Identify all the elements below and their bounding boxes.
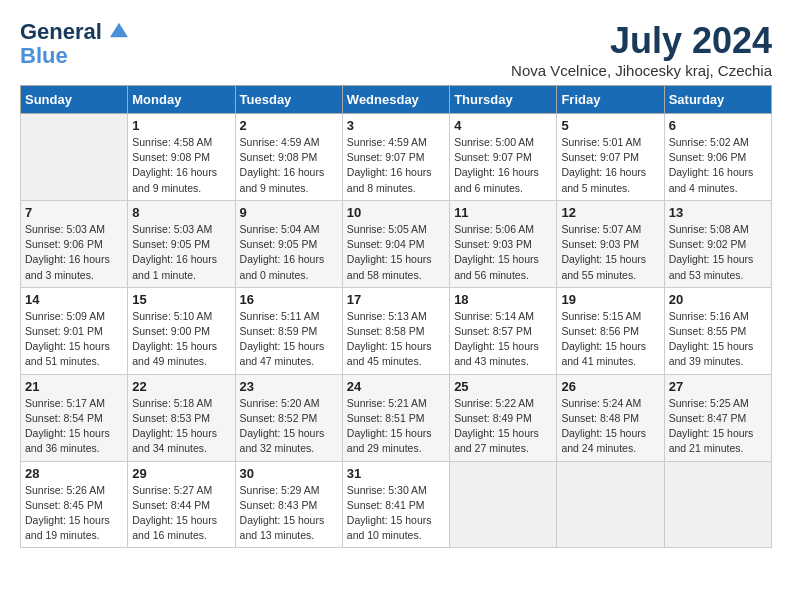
svg-marker-0 bbox=[110, 23, 128, 37]
calendar-week-row: 21Sunrise: 5:17 AMSunset: 8:54 PMDayligh… bbox=[21, 374, 772, 461]
calendar-day-cell: 28Sunrise: 5:26 AMSunset: 8:45 PMDayligh… bbox=[21, 461, 128, 548]
calendar-day-cell: 23Sunrise: 5:20 AMSunset: 8:52 PMDayligh… bbox=[235, 374, 342, 461]
weekday-header-cell: Sunday bbox=[21, 86, 128, 114]
day-number: 1 bbox=[132, 118, 230, 133]
logo-blue: Blue bbox=[20, 44, 128, 68]
day-info: Sunrise: 5:05 AMSunset: 9:04 PMDaylight:… bbox=[347, 222, 445, 283]
calendar-table: SundayMondayTuesdayWednesdayThursdayFrid… bbox=[20, 85, 772, 548]
location: Nova Vcelnice, Jihocesky kraj, Czechia bbox=[511, 62, 772, 79]
logo-text: General bbox=[20, 20, 128, 44]
day-number: 8 bbox=[132, 205, 230, 220]
day-number: 24 bbox=[347, 379, 445, 394]
day-number: 28 bbox=[25, 466, 123, 481]
day-number: 25 bbox=[454, 379, 552, 394]
calendar-week-row: 7Sunrise: 5:03 AMSunset: 9:06 PMDaylight… bbox=[21, 200, 772, 287]
day-number: 27 bbox=[669, 379, 767, 394]
calendar-day-cell: 13Sunrise: 5:08 AMSunset: 9:02 PMDayligh… bbox=[664, 200, 771, 287]
calendar-day-cell: 21Sunrise: 5:17 AMSunset: 8:54 PMDayligh… bbox=[21, 374, 128, 461]
day-number: 14 bbox=[25, 292, 123, 307]
calendar-day-cell: 24Sunrise: 5:21 AMSunset: 8:51 PMDayligh… bbox=[342, 374, 449, 461]
day-number: 23 bbox=[240, 379, 338, 394]
day-info: Sunrise: 5:18 AMSunset: 8:53 PMDaylight:… bbox=[132, 396, 230, 457]
day-number: 19 bbox=[561, 292, 659, 307]
day-info: Sunrise: 5:21 AMSunset: 8:51 PMDaylight:… bbox=[347, 396, 445, 457]
weekday-header-cell: Saturday bbox=[664, 86, 771, 114]
day-info: Sunrise: 5:14 AMSunset: 8:57 PMDaylight:… bbox=[454, 309, 552, 370]
calendar-day-cell bbox=[450, 461, 557, 548]
calendar-day-cell: 4Sunrise: 5:00 AMSunset: 9:07 PMDaylight… bbox=[450, 114, 557, 201]
day-number: 6 bbox=[669, 118, 767, 133]
calendar-week-row: 14Sunrise: 5:09 AMSunset: 9:01 PMDayligh… bbox=[21, 287, 772, 374]
day-number: 31 bbox=[347, 466, 445, 481]
day-info: Sunrise: 5:20 AMSunset: 8:52 PMDaylight:… bbox=[240, 396, 338, 457]
weekday-header-cell: Tuesday bbox=[235, 86, 342, 114]
calendar-day-cell: 30Sunrise: 5:29 AMSunset: 8:43 PMDayligh… bbox=[235, 461, 342, 548]
day-number: 4 bbox=[454, 118, 552, 133]
day-number: 18 bbox=[454, 292, 552, 307]
day-number: 5 bbox=[561, 118, 659, 133]
calendar-day-cell: 27Sunrise: 5:25 AMSunset: 8:47 PMDayligh… bbox=[664, 374, 771, 461]
calendar-day-cell: 9Sunrise: 5:04 AMSunset: 9:05 PMDaylight… bbox=[235, 200, 342, 287]
day-info: Sunrise: 5:27 AMSunset: 8:44 PMDaylight:… bbox=[132, 483, 230, 544]
day-info: Sunrise: 5:16 AMSunset: 8:55 PMDaylight:… bbox=[669, 309, 767, 370]
calendar-day-cell: 5Sunrise: 5:01 AMSunset: 9:07 PMDaylight… bbox=[557, 114, 664, 201]
day-info: Sunrise: 5:03 AMSunset: 9:06 PMDaylight:… bbox=[25, 222, 123, 283]
calendar-day-cell: 7Sunrise: 5:03 AMSunset: 9:06 PMDaylight… bbox=[21, 200, 128, 287]
day-number: 3 bbox=[347, 118, 445, 133]
calendar-day-cell: 8Sunrise: 5:03 AMSunset: 9:05 PMDaylight… bbox=[128, 200, 235, 287]
day-info: Sunrise: 5:30 AMSunset: 8:41 PMDaylight:… bbox=[347, 483, 445, 544]
calendar-day-cell: 1Sunrise: 4:58 AMSunset: 9:08 PMDaylight… bbox=[128, 114, 235, 201]
day-number: 11 bbox=[454, 205, 552, 220]
day-number: 7 bbox=[25, 205, 123, 220]
day-info: Sunrise: 4:58 AMSunset: 9:08 PMDaylight:… bbox=[132, 135, 230, 196]
day-number: 30 bbox=[240, 466, 338, 481]
calendar-day-cell: 15Sunrise: 5:10 AMSunset: 9:00 PMDayligh… bbox=[128, 287, 235, 374]
calendar-day-cell: 25Sunrise: 5:22 AMSunset: 8:49 PMDayligh… bbox=[450, 374, 557, 461]
logo-icon bbox=[110, 21, 128, 39]
calendar-day-cell bbox=[21, 114, 128, 201]
day-info: Sunrise: 5:22 AMSunset: 8:49 PMDaylight:… bbox=[454, 396, 552, 457]
day-info: Sunrise: 5:09 AMSunset: 9:01 PMDaylight:… bbox=[25, 309, 123, 370]
title-block: July 2024 Nova Vcelnice, Jihocesky kraj,… bbox=[511, 20, 772, 79]
day-number: 15 bbox=[132, 292, 230, 307]
calendar-day-cell: 29Sunrise: 5:27 AMSunset: 8:44 PMDayligh… bbox=[128, 461, 235, 548]
day-number: 12 bbox=[561, 205, 659, 220]
month-title: July 2024 bbox=[511, 20, 772, 62]
calendar-day-cell: 16Sunrise: 5:11 AMSunset: 8:59 PMDayligh… bbox=[235, 287, 342, 374]
day-info: Sunrise: 5:03 AMSunset: 9:05 PMDaylight:… bbox=[132, 222, 230, 283]
weekday-header-cell: Friday bbox=[557, 86, 664, 114]
day-info: Sunrise: 5:01 AMSunset: 9:07 PMDaylight:… bbox=[561, 135, 659, 196]
day-info: Sunrise: 5:08 AMSunset: 9:02 PMDaylight:… bbox=[669, 222, 767, 283]
calendar-body: 1Sunrise: 4:58 AMSunset: 9:08 PMDaylight… bbox=[21, 114, 772, 548]
day-info: Sunrise: 5:29 AMSunset: 8:43 PMDaylight:… bbox=[240, 483, 338, 544]
day-info: Sunrise: 5:02 AMSunset: 9:06 PMDaylight:… bbox=[669, 135, 767, 196]
weekday-header-cell: Wednesday bbox=[342, 86, 449, 114]
day-number: 2 bbox=[240, 118, 338, 133]
page-header: General Blue July 2024 Nova Vcelnice, Ji… bbox=[20, 20, 772, 79]
day-info: Sunrise: 5:00 AMSunset: 9:07 PMDaylight:… bbox=[454, 135, 552, 196]
day-number: 29 bbox=[132, 466, 230, 481]
day-info: Sunrise: 4:59 AMSunset: 9:08 PMDaylight:… bbox=[240, 135, 338, 196]
day-info: Sunrise: 5:04 AMSunset: 9:05 PMDaylight:… bbox=[240, 222, 338, 283]
weekday-header-cell: Monday bbox=[128, 86, 235, 114]
day-number: 9 bbox=[240, 205, 338, 220]
calendar-day-cell: 3Sunrise: 4:59 AMSunset: 9:07 PMDaylight… bbox=[342, 114, 449, 201]
day-info: Sunrise: 5:15 AMSunset: 8:56 PMDaylight:… bbox=[561, 309, 659, 370]
weekday-header-row: SundayMondayTuesdayWednesdayThursdayFrid… bbox=[21, 86, 772, 114]
logo: General Blue bbox=[20, 20, 128, 68]
calendar-week-row: 28Sunrise: 5:26 AMSunset: 8:45 PMDayligh… bbox=[21, 461, 772, 548]
day-info: Sunrise: 4:59 AMSunset: 9:07 PMDaylight:… bbox=[347, 135, 445, 196]
day-info: Sunrise: 5:11 AMSunset: 8:59 PMDaylight:… bbox=[240, 309, 338, 370]
day-number: 17 bbox=[347, 292, 445, 307]
calendar-day-cell: 26Sunrise: 5:24 AMSunset: 8:48 PMDayligh… bbox=[557, 374, 664, 461]
day-info: Sunrise: 5:10 AMSunset: 9:00 PMDaylight:… bbox=[132, 309, 230, 370]
calendar-day-cell: 6Sunrise: 5:02 AMSunset: 9:06 PMDaylight… bbox=[664, 114, 771, 201]
calendar-day-cell bbox=[664, 461, 771, 548]
calendar-day-cell bbox=[557, 461, 664, 548]
day-number: 20 bbox=[669, 292, 767, 307]
day-number: 16 bbox=[240, 292, 338, 307]
day-info: Sunrise: 5:07 AMSunset: 9:03 PMDaylight:… bbox=[561, 222, 659, 283]
calendar-day-cell: 2Sunrise: 4:59 AMSunset: 9:08 PMDaylight… bbox=[235, 114, 342, 201]
day-info: Sunrise: 5:06 AMSunset: 9:03 PMDaylight:… bbox=[454, 222, 552, 283]
calendar-day-cell: 22Sunrise: 5:18 AMSunset: 8:53 PMDayligh… bbox=[128, 374, 235, 461]
